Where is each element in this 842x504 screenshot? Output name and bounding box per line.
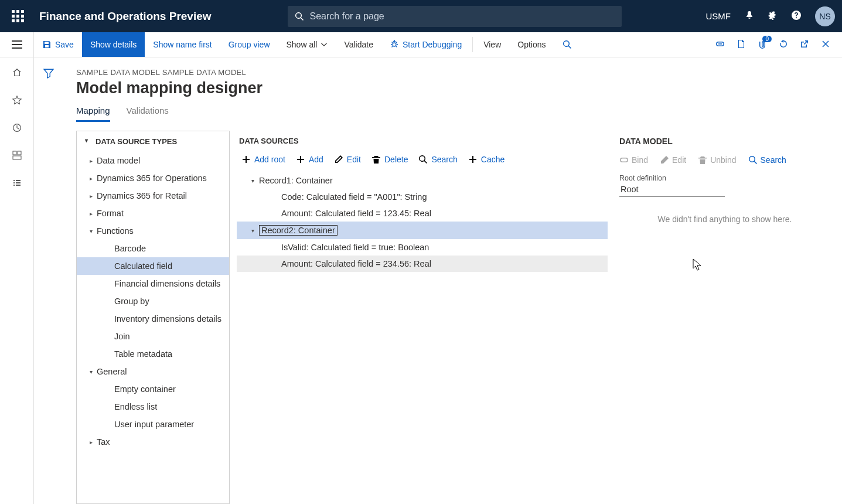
ds-add-root-button[interactable]: Add root bbox=[241, 155, 285, 164]
clock-icon bbox=[12, 123, 22, 132]
dst-item[interactable]: Inventory dimensions details bbox=[77, 310, 229, 328]
filter-icon bbox=[43, 68, 54, 79]
dst-item[interactable]: ▸Tax bbox=[77, 433, 229, 451]
dst-item[interactable]: ▸Dynamics 365 for Operations bbox=[77, 169, 229, 187]
dst-item-label: Format bbox=[97, 209, 124, 218]
ds-item-label: Amount: Calculated field = 123.45: Real bbox=[281, 209, 431, 218]
dst-item[interactable]: Endless list bbox=[77, 398, 229, 416]
popout-button[interactable] bbox=[800, 39, 809, 50]
ds-cache-button[interactable]: Cache bbox=[468, 155, 504, 164]
ds-edit-label: Edit bbox=[347, 155, 361, 164]
dst-item[interactable]: Join bbox=[77, 328, 229, 345]
ds-delete-button[interactable]: Delete bbox=[371, 155, 408, 164]
global-search-input[interactable] bbox=[310, 11, 615, 22]
breadcrumb: SAMPLE DATA MODEL SAMPLE DATA MODEL bbox=[76, 68, 830, 77]
notifications-button[interactable] bbox=[745, 11, 754, 22]
close-icon bbox=[821, 39, 830, 49]
svg-rect-1 bbox=[13, 151, 16, 155]
dst-item[interactable]: Barcode bbox=[77, 240, 229, 257]
filter-button[interactable] bbox=[43, 68, 54, 504]
dst-item-label: Functions bbox=[97, 226, 134, 236]
dst-item[interactable]: Empty container bbox=[77, 380, 229, 398]
popout-icon bbox=[800, 39, 809, 49]
ds-item[interactable]: IsValid: Calculated field = true: Boolea… bbox=[237, 239, 608, 256]
pencil-icon bbox=[334, 155, 343, 164]
show-all-label: Show all bbox=[287, 40, 318, 49]
toolbar-search-button[interactable] bbox=[554, 32, 580, 57]
settings-button[interactable] bbox=[768, 11, 778, 22]
messages-button[interactable]: 0 bbox=[758, 39, 767, 50]
dst-item[interactable]: Table metadata bbox=[77, 345, 229, 363]
view-label: View bbox=[483, 40, 501, 49]
bell-icon bbox=[745, 11, 754, 20]
hamburger-icon[interactable] bbox=[12, 40, 22, 49]
search-icon bbox=[295, 12, 304, 21]
ds-search-button[interactable]: Search bbox=[418, 155, 457, 164]
start-debugging-button[interactable]: Start Debugging bbox=[381, 32, 470, 57]
tab-validations[interactable]: Validations bbox=[127, 105, 169, 122]
view-menu[interactable]: View bbox=[475, 32, 509, 57]
ds-item-label: Record1: Container bbox=[259, 176, 333, 185]
ds-item[interactable]: ▾Record2: Container bbox=[237, 222, 608, 239]
nav-workspaces[interactable] bbox=[12, 151, 22, 162]
link-button[interactable] bbox=[715, 39, 725, 50]
dm-header: DATA MODEL bbox=[619, 131, 830, 151]
dst-item-label: Barcode bbox=[114, 244, 146, 253]
ds-add-button[interactable]: Add bbox=[296, 155, 323, 164]
ds-item[interactable]: ▾Record1: Container bbox=[237, 172, 608, 189]
nav-recent[interactable] bbox=[12, 123, 22, 134]
document-icon bbox=[737, 39, 746, 49]
action-bar: Save Show details Show name first Group … bbox=[0, 32, 842, 57]
home-icon bbox=[12, 68, 22, 77]
ds-item[interactable]: Code: Calculated field = "A001": String bbox=[237, 189, 608, 205]
nav-home[interactable] bbox=[12, 68, 22, 79]
dst-item[interactable]: ▸Dynamics 365 for Retail bbox=[77, 187, 229, 205]
tab-mapping[interactable]: Mapping bbox=[76, 105, 110, 122]
global-search[interactable] bbox=[288, 6, 622, 27]
data-source-types-panel: DATA SOURCE TYPES ▸Data model▸Dynamics 3… bbox=[76, 131, 230, 504]
link-icon bbox=[715, 39, 725, 49]
chevron-right-icon: ▸ bbox=[85, 210, 97, 217]
dst-item[interactable]: Financial dimensions details bbox=[77, 275, 229, 292]
dst-item[interactable]: ▾General bbox=[77, 363, 229, 380]
app-title: Finance and Operations Preview bbox=[39, 10, 212, 23]
star-icon bbox=[12, 96, 22, 105]
ds-tree: ▾Record1: ContainerCode: Calculated fiel… bbox=[237, 172, 608, 272]
nav-favorites[interactable] bbox=[12, 96, 22, 107]
show-details-button[interactable]: Show details bbox=[82, 32, 145, 57]
dst-item[interactable]: ▸Format bbox=[77, 205, 229, 222]
refresh-button[interactable] bbox=[779, 39, 788, 50]
attachments-button[interactable] bbox=[737, 39, 746, 50]
validate-button[interactable]: Validate bbox=[336, 32, 381, 57]
top-nav: Finance and Operations Preview USMF NS bbox=[0, 0, 842, 32]
show-name-first-button[interactable]: Show name first bbox=[145, 32, 220, 57]
dst-item[interactable]: ▾Functions bbox=[77, 222, 229, 240]
debug-icon bbox=[390, 40, 399, 49]
nav-modules[interactable] bbox=[12, 178, 22, 189]
show-all-dropdown[interactable]: Show all bbox=[278, 32, 336, 57]
ds-item[interactable]: Amount: Calculated field = 234.56: Real bbox=[237, 256, 608, 272]
waffle-icon[interactable] bbox=[12, 10, 24, 22]
group-view-button[interactable]: Group view bbox=[220, 32, 278, 57]
company-picker[interactable]: USMF bbox=[706, 11, 731, 21]
options-menu[interactable]: Options bbox=[509, 32, 554, 57]
save-button[interactable]: Save bbox=[34, 32, 82, 57]
dst-item[interactable]: Calculated field bbox=[77, 257, 229, 275]
dm-search-label: Search bbox=[761, 155, 786, 165]
help-button[interactable] bbox=[792, 11, 801, 22]
dm-edit-button: Edit bbox=[660, 155, 686, 165]
chevron-down-icon: ▾ bbox=[246, 227, 259, 234]
ds-item[interactable]: Amount: Calculated field = 123.45: Real bbox=[237, 205, 608, 222]
dst-item[interactable]: Group by bbox=[77, 292, 229, 310]
dm-search-button[interactable]: Search bbox=[748, 155, 786, 165]
dst-item[interactable]: User input parameter bbox=[77, 416, 229, 433]
dm-root-value[interactable]: Root bbox=[619, 182, 725, 197]
user-avatar[interactable]: NS bbox=[815, 6, 835, 26]
chevron-right-icon: ▸ bbox=[85, 193, 97, 199]
plus-icon bbox=[296, 155, 305, 164]
ds-add-root-label: Add root bbox=[254, 155, 285, 164]
ds-toolbar: Add root Add Edit Delete Search Cache bbox=[237, 149, 608, 171]
close-button[interactable] bbox=[821, 39, 830, 50]
dst-item[interactable]: ▸Data model bbox=[77, 152, 229, 169]
ds-edit-button[interactable]: Edit bbox=[334, 155, 361, 164]
